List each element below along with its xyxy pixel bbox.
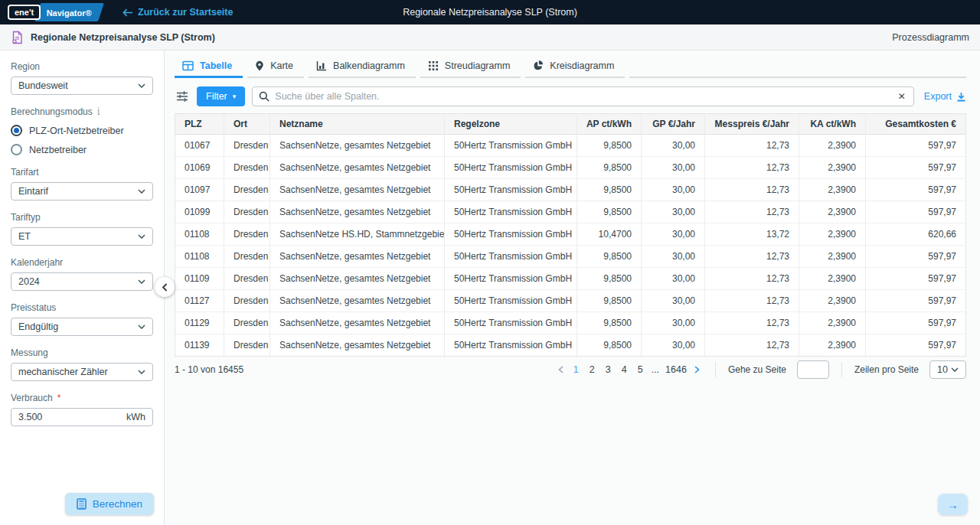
column-header-regelzone[interactable]: Regelzone bbox=[445, 114, 577, 134]
product-logo: Navigator® bbox=[34, 3, 104, 21]
page-header: Regionale Netzpreisanalyse SLP (Strom) P… bbox=[0, 24, 980, 51]
column-header-ap[interactable]: AP ct/kWh bbox=[577, 114, 642, 134]
page-button[interactable]: 5 bbox=[634, 363, 647, 377]
table-row[interactable]: 01108 Dresden SachsenNetze, gesamtes Net… bbox=[175, 246, 965, 268]
table-icon bbox=[182, 60, 194, 71]
cell-plz: 01069 bbox=[175, 157, 224, 178]
window-title: Regionale Netzpreisanalyse SLP (Strom) bbox=[403, 7, 577, 18]
process-diagram-link[interactable]: Prozessdiagramm bbox=[892, 32, 969, 43]
tab-balkendiagramm[interactable]: Balkendiagramm bbox=[309, 60, 416, 78]
page-button[interactable]: 2 bbox=[586, 363, 599, 377]
cell-ap: 9,8500 bbox=[577, 135, 642, 156]
page-button[interactable]: 1 bbox=[570, 363, 583, 377]
column-settings-button[interactable] bbox=[175, 89, 190, 104]
berechnen-button[interactable]: Berechnen bbox=[65, 493, 154, 515]
radio-plz-ort-netzbetreiber[interactable]: PLZ-Ort-Netzbetreiber bbox=[11, 125, 153, 136]
region-label: Region bbox=[11, 61, 153, 72]
chevron-left-icon bbox=[558, 366, 564, 373]
cell-regelzone: 50Hertz Transmission GmbH bbox=[445, 268, 577, 289]
info-icon[interactable]: i bbox=[97, 106, 100, 117]
table-row[interactable]: 01097 Dresden SachsenNetze, gesamtes Net… bbox=[175, 179, 965, 201]
table-row[interactable]: 01129 Dresden SachsenNetze, gesamtes Net… bbox=[175, 312, 965, 334]
table-row[interactable]: 01139 Dresden SachsenNetze, gesamtes Net… bbox=[175, 334, 965, 356]
scatter-plot-icon bbox=[428, 60, 439, 71]
tab-karte[interactable]: Karte bbox=[247, 60, 304, 78]
table-row[interactable]: 01067 Dresden SachsenNetze, gesamtes Net… bbox=[175, 135, 965, 157]
goto-page-input[interactable] bbox=[797, 360, 829, 379]
cell-gp: 30,00 bbox=[642, 135, 705, 156]
tab-tabelle[interactable]: Tabelle bbox=[175, 60, 243, 78]
page-button[interactable]: 1646 bbox=[664, 363, 688, 377]
table-row[interactable]: 01127 Dresden SachsenNetze, gesamtes Net… bbox=[175, 290, 965, 312]
tab-kreisdiagramm[interactable]: Kreisdiagramm bbox=[525, 60, 625, 78]
radio-netzbetreiber[interactable]: Netzbetreiber bbox=[11, 144, 153, 155]
tab-streudiagramm[interactable]: Streudiagramm bbox=[420, 60, 521, 78]
search-field-wrap: ✕ bbox=[252, 86, 914, 106]
cell-gp: 30,00 bbox=[642, 223, 705, 245]
cell-plz: 01129 bbox=[175, 312, 224, 334]
sidebar-collapse-button[interactable] bbox=[155, 277, 175, 297]
pie-chart-icon bbox=[533, 60, 544, 71]
page-button[interactable]: 4 bbox=[618, 363, 631, 377]
cell-ort: Dresden bbox=[224, 135, 270, 156]
cell-messpreis: 12,73 bbox=[705, 201, 799, 223]
rows-per-page-select[interactable]: 10 bbox=[929, 360, 966, 379]
prev-page-button[interactable] bbox=[555, 364, 567, 375]
main-panel: Tabelle Karte Balkendiagramm Streudiagra… bbox=[165, 51, 980, 525]
column-header-plz[interactable]: PLZ bbox=[175, 114, 224, 134]
table-row[interactable]: 01109 Dresden SachsenNetze, gesamtes Net… bbox=[175, 268, 965, 290]
divider bbox=[841, 362, 842, 377]
cell-plz: 01127 bbox=[175, 290, 224, 311]
preisstatus-select[interactable]: Endgültig bbox=[11, 318, 153, 336]
cell-ap: 9,8500 bbox=[577, 157, 642, 178]
sidebar: Region Bundesweit Berechnungsmodus i PLZ… bbox=[0, 51, 165, 525]
search-input[interactable] bbox=[275, 91, 890, 102]
cell-ort: Dresden bbox=[224, 201, 270, 223]
tariftyp-select[interactable]: ET bbox=[11, 227, 153, 246]
cell-regelzone: 50Hertz Transmission GmbH bbox=[445, 246, 577, 267]
chevron-down-icon bbox=[138, 83, 145, 88]
filter-button[interactable]: Filter ▾ bbox=[197, 86, 245, 106]
cell-netzname: SachsenNetze, gesamtes Netzgebiet bbox=[270, 312, 445, 334]
page-button[interactable]: 3 bbox=[602, 363, 615, 377]
cell-ap: 9,8500 bbox=[577, 201, 642, 223]
column-header-ort[interactable]: Ort bbox=[224, 114, 270, 134]
cell-messpreis: 12,73 bbox=[705, 334, 799, 356]
tarifart-select[interactable]: Eintarif bbox=[11, 182, 153, 201]
cell-regelzone: 50Hertz Transmission GmbH bbox=[445, 157, 577, 178]
cell-regelzone: 50Hertz Transmission GmbH bbox=[445, 135, 577, 156]
cell-plz: 01067 bbox=[175, 135, 224, 156]
back-to-home-link[interactable]: Zurück zur Startseite bbox=[122, 7, 233, 18]
cell-gp: 30,00 bbox=[642, 312, 705, 334]
cell-gesamtkosten: 597,97 bbox=[866, 312, 965, 334]
export-button[interactable]: Export bbox=[921, 91, 966, 102]
cell-ka: 2,3900 bbox=[799, 201, 866, 223]
column-header-gp[interactable]: GP €/Jahr bbox=[642, 114, 705, 134]
radio-icon bbox=[11, 144, 22, 155]
table-row[interactable]: 01099 Dresden SachsenNetze, gesamtes Net… bbox=[175, 201, 965, 223]
page-title: Regionale Netzpreisanalyse SLP (Strom) bbox=[31, 32, 215, 43]
cell-regelzone: 50Hertz Transmission GmbH bbox=[445, 201, 577, 223]
cell-plz: 01108 bbox=[175, 246, 224, 267]
kalenderjahr-select[interactable]: 2024 bbox=[11, 272, 153, 291]
column-header-ka[interactable]: KA ct/kWh bbox=[799, 114, 866, 134]
column-header-gesamtkosten[interactable]: Gesamtkosten € bbox=[866, 114, 965, 134]
cell-gp: 30,00 bbox=[642, 268, 705, 289]
cell-messpreis: 13,72 bbox=[705, 223, 799, 245]
verbrauch-input[interactable] bbox=[18, 412, 126, 422]
cell-ka: 2,3900 bbox=[799, 135, 866, 156]
column-header-netzname[interactable]: Netzname bbox=[270, 114, 445, 134]
next-step-button[interactable]: → bbox=[938, 494, 968, 515]
region-select[interactable]: Bundesweit bbox=[11, 77, 153, 95]
table-row[interactable]: 01069 Dresden SachsenNetze, gesamtes Net… bbox=[175, 157, 965, 179]
next-page-button[interactable] bbox=[691, 364, 703, 375]
topbar: ene't Navigator® Zurück zur Startseite R… bbox=[0, 0, 980, 24]
table-row[interactable]: 01108 Dresden SachsenNetze HS.HD, Stammn… bbox=[175, 223, 965, 246]
column-header-messpreis[interactable]: Messpreis €/Jahr bbox=[705, 114, 799, 134]
chevron-down-icon bbox=[138, 324, 145, 329]
cell-messpreis: 12,73 bbox=[705, 268, 799, 289]
messung-select[interactable]: mechanischer Zähler bbox=[11, 363, 153, 381]
clear-search-button[interactable]: ✕ bbox=[897, 91, 907, 102]
cell-messpreis: 12,73 bbox=[705, 135, 799, 156]
chevron-down-icon bbox=[138, 370, 145, 374]
